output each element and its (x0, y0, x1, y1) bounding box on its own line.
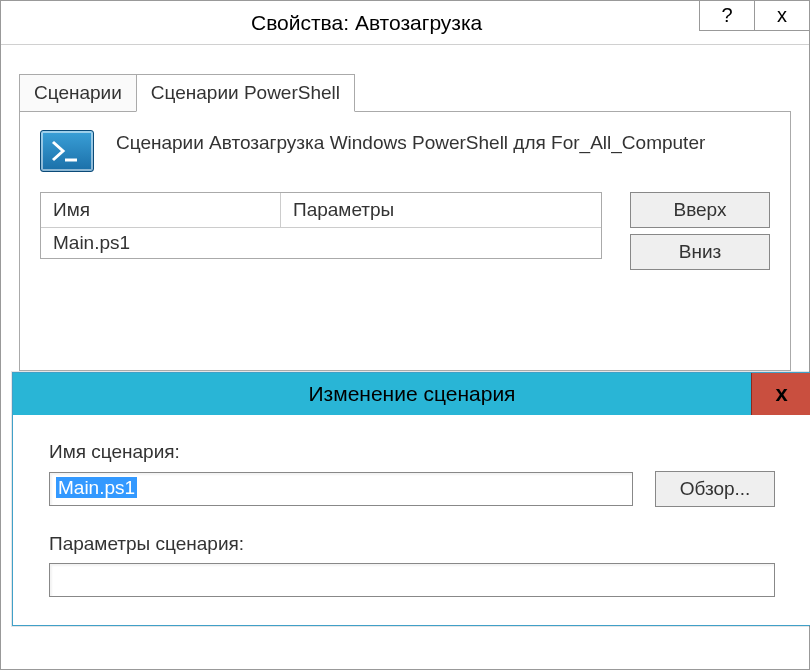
script-name-selected-text: Main.ps1 (56, 477, 137, 498)
cell-name: Main.ps1 (53, 232, 293, 254)
modal-title-bar[interactable]: Изменение сценария x (13, 373, 810, 415)
list-headers: Имя Параметры (41, 193, 601, 228)
close-button[interactable]: x (754, 1, 809, 31)
tab-scripts[interactable]: Сценарии (19, 74, 137, 112)
tab-panel: Сценарии Автозагрузка Windows PowerShell… (19, 111, 791, 371)
browse-button[interactable]: Обзор... (655, 471, 775, 507)
script-params-label: Параметры сценария: (49, 533, 775, 555)
tab-container: Сценарии Сценарии PowerShell Сценарии Ав… (19, 73, 791, 371)
window-title: Свойства: Автозагрузка (251, 11, 482, 35)
script-name-label: Имя сценария: (49, 441, 775, 463)
powershell-icon (40, 130, 94, 172)
script-params-input[interactable] (49, 563, 775, 597)
script-name-row: Main.ps1 Обзор... (49, 471, 775, 507)
list-row[interactable]: Main.ps1 (41, 228, 601, 258)
script-name-input[interactable]: Main.ps1 (49, 472, 633, 506)
scripts-list[interactable]: Имя Параметры Main.ps1 (40, 192, 602, 259)
panel-heading: Сценарии Автозагрузка Windows PowerShell… (116, 130, 705, 156)
down-button[interactable]: Вниз (630, 234, 770, 270)
panel-header: Сценарии Автозагрузка Windows PowerShell… (40, 130, 770, 172)
modal-title: Изменение сценария (309, 382, 516, 406)
col-name-header[interactable]: Имя (41, 193, 281, 227)
tab-powershell[interactable]: Сценарии PowerShell (136, 74, 355, 112)
help-button[interactable]: ? (699, 1, 754, 31)
modal-body: Имя сценария: Main.ps1 Обзор... Параметр… (13, 415, 810, 625)
title-bar: Свойства: Автозагрузка ? x (1, 1, 809, 45)
tabs: Сценарии Сценарии PowerShell (19, 73, 791, 111)
side-buttons: Вверх Вниз (630, 192, 770, 270)
edit-script-dialog: Изменение сценария x Имя сценария: Main.… (12, 372, 810, 626)
up-button[interactable]: Вверх (630, 192, 770, 228)
title-controls: ? x (699, 1, 809, 31)
col-params-header[interactable]: Параметры (281, 193, 601, 227)
list-area: Имя Параметры Main.ps1 Вверх Вниз (40, 192, 770, 270)
script-params-row (49, 563, 775, 597)
modal-close-button[interactable]: x (751, 373, 810, 415)
